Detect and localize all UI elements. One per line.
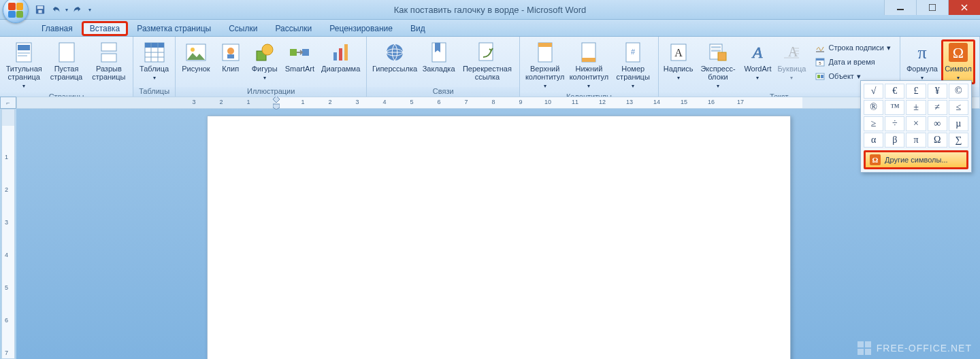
datetime-button[interactable]: 5 Дата и время bbox=[811, 55, 894, 69]
wordart-button[interactable]: A WordArt▾ bbox=[740, 39, 774, 84]
undo-icon bbox=[52, 5, 61, 14]
footer-icon bbox=[581, 42, 597, 63]
svg-rect-6 bbox=[18, 45, 30, 50]
redo-button[interactable] bbox=[69, 2, 84, 17]
table-button[interactable]: Таблица▾ bbox=[136, 39, 172, 84]
clip-button[interactable]: Клип bbox=[214, 39, 248, 75]
symbol-cell[interactable]: € bbox=[885, 84, 904, 99]
picture-button[interactable]: Рисунок bbox=[178, 39, 214, 75]
smartart-button[interactable]: SmartArt bbox=[282, 39, 318, 75]
blank-page-button[interactable]: Пустая страница bbox=[45, 39, 87, 83]
tab-home[interactable]: Главная bbox=[33, 20, 82, 36]
tab-review[interactable]: Рецензирование bbox=[321, 20, 402, 36]
window-title: Как поставить галочку в ворде - Microsof… bbox=[0, 5, 980, 15]
svg-rect-3 bbox=[897, 9, 904, 10]
crossref-button[interactable]: Перекрестная ссылка bbox=[458, 39, 517, 83]
tab-insert[interactable]: Вставка bbox=[82, 21, 129, 36]
quickparts-button[interactable]: Экспресс-блоки▾ bbox=[696, 39, 741, 92]
symbol-cell[interactable]: × bbox=[906, 116, 926, 131]
svg-point-21 bbox=[227, 48, 234, 54]
symbol-cell[interactable]: ≥ bbox=[864, 116, 883, 131]
qat-customize[interactable]: ▾ bbox=[88, 7, 91, 13]
cover-page-button[interactable]: Титульная страница ▾ bbox=[3, 39, 45, 92]
bookmark-button[interactable]: Закладка bbox=[420, 39, 458, 75]
svg-rect-26 bbox=[302, 49, 309, 56]
page-break-button[interactable]: Разрыв страницы bbox=[88, 39, 130, 83]
object-icon bbox=[815, 71, 825, 81]
undo-button[interactable] bbox=[49, 2, 64, 17]
page-number-button[interactable]: # Номер страницы ▾ bbox=[611, 39, 655, 92]
smartart-icon bbox=[289, 44, 310, 61]
document-area[interactable]: 3 2 1 1 2 3 4 5 6 7 8 9 10 11 12 13 14 1… bbox=[16, 97, 980, 359]
office-button[interactable] bbox=[3, 0, 29, 23]
symbol-cell[interactable]: ≤ bbox=[949, 100, 968, 115]
svg-text:Ω: Ω bbox=[953, 44, 964, 61]
symbol-cell[interactable]: π bbox=[906, 133, 926, 148]
signature-line-button[interactable]: Строка подписи ▾ bbox=[811, 41, 894, 54]
minimize-button[interactable] bbox=[884, 0, 916, 15]
symbol-cell[interactable]: ™ bbox=[885, 100, 904, 115]
tab-mailings[interactable]: Рассылки bbox=[266, 20, 321, 36]
ribbon-tabs: Главная Вставка Разметка страницы Ссылки… bbox=[0, 20, 980, 37]
symbol-cell[interactable]: ¥ bbox=[928, 84, 947, 99]
page-break-icon bbox=[100, 42, 118, 63]
quickparts-icon bbox=[708, 43, 728, 62]
document-page[interactable] bbox=[207, 116, 791, 359]
symbol-cell[interactable]: ∑ bbox=[949, 133, 968, 148]
symbol-cell[interactable]: β bbox=[885, 133, 904, 148]
equation-icon: π bbox=[912, 42, 932, 63]
symbol-cell[interactable]: ≠ bbox=[928, 100, 947, 115]
more-symbols-label: Другие символы... bbox=[885, 156, 948, 164]
symbol-cell[interactable]: ∞ bbox=[928, 116, 947, 131]
dropcap-button[interactable]: A Буквица▾ bbox=[774, 39, 808, 84]
left-gutter: ⌐ 1 2 3 4 5 6 7 bbox=[0, 97, 16, 359]
undo-dropdown[interactable]: ▾ bbox=[65, 7, 68, 13]
save-button[interactable] bbox=[33, 2, 48, 17]
chart-button[interactable]: Диаграмма bbox=[318, 39, 363, 75]
datetime-icon: 5 bbox=[815, 57, 825, 67]
symbol-cell[interactable]: Ω bbox=[928, 133, 947, 148]
symbol-cell[interactable]: ÷ bbox=[885, 116, 904, 131]
svg-text:π: π bbox=[917, 43, 926, 63]
shapes-button[interactable]: Фигуры▾ bbox=[248, 39, 282, 84]
tab-view[interactable]: Вид bbox=[402, 20, 434, 36]
symbol-cell[interactable]: √ bbox=[864, 84, 883, 99]
more-symbols-button[interactable]: Ω Другие символы... bbox=[864, 150, 968, 169]
close-button[interactable] bbox=[948, 0, 980, 15]
tab-references[interactable]: Ссылки bbox=[220, 20, 266, 36]
symbol-cell[interactable]: α bbox=[864, 133, 883, 148]
equation-button[interactable]: π Формула▾ bbox=[903, 39, 941, 84]
vertical-ruler[interactable]: 1 2 3 4 5 6 7 bbox=[1, 109, 15, 359]
svg-rect-37 bbox=[582, 58, 595, 62]
save-icon bbox=[35, 5, 45, 14]
svg-rect-54 bbox=[816, 58, 824, 61]
horizontal-ruler[interactable]: 3 2 1 1 2 3 4 5 6 7 8 9 10 11 12 13 14 1… bbox=[16, 97, 980, 109]
svg-rect-1 bbox=[37, 6, 44, 9]
symbol-cell[interactable]: ± bbox=[906, 100, 926, 115]
crossref-icon bbox=[478, 42, 497, 63]
textbox-button[interactable]: A Надпись▾ bbox=[662, 39, 696, 84]
indent-marker[interactable] bbox=[273, 97, 280, 109]
symbol-cell[interactable]: © bbox=[949, 84, 968, 99]
watermark-text: FREE-OFFICE.NET bbox=[877, 343, 972, 354]
svg-text:A: A bbox=[751, 44, 763, 61]
header-button[interactable]: Верхний колонтитул ▾ bbox=[523, 39, 567, 92]
ruler-corner[interactable]: ⌐ bbox=[0, 97, 16, 109]
svg-rect-9 bbox=[59, 43, 74, 62]
symbol-cell[interactable]: ® bbox=[864, 100, 883, 115]
svg-rect-65 bbox=[865, 341, 871, 347]
symbol-cell[interactable]: £ bbox=[906, 84, 926, 99]
tab-page-layout[interactable]: Разметка страницы bbox=[128, 20, 220, 36]
maximize-button[interactable] bbox=[916, 0, 948, 15]
svg-text:#: # bbox=[631, 48, 636, 56]
footer-button[interactable]: Нижний колонтитул ▾ bbox=[567, 39, 611, 92]
omega-icon: Ω bbox=[870, 154, 881, 165]
symbol-button[interactable]: Ω Символ▾ bbox=[941, 39, 975, 84]
table-icon bbox=[144, 42, 165, 63]
symbol-cell[interactable]: µ bbox=[949, 116, 968, 131]
group-headerfooter: Верхний колонтитул ▾ Нижний колонтитул ▾… bbox=[520, 37, 658, 98]
svg-rect-45 bbox=[718, 52, 726, 61]
hyperlink-button[interactable]: Гиперссылка bbox=[370, 39, 419, 75]
chart-icon bbox=[331, 43, 350, 62]
watermark: FREE-OFFICE.NET bbox=[858, 341, 972, 355]
